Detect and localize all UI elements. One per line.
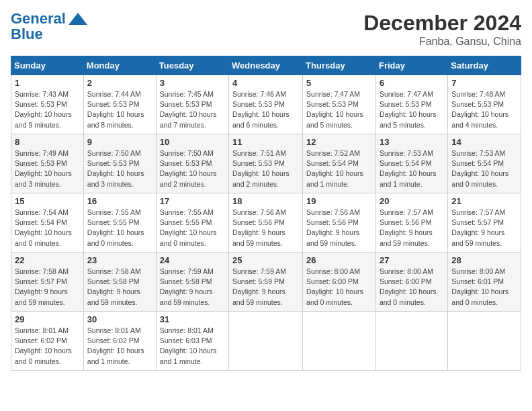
day-info: Sunrise: 7:53 AMSunset: 5:54 PMDaylight:… [451,148,517,189]
table-row: 28 Sunrise: 8:00 AMSunset: 6:01 PMDaylig… [448,253,521,312]
day-info: Sunrise: 8:00 AMSunset: 6:01 PMDaylight:… [451,267,517,308]
calendar-week-row: 1 Sunrise: 7:43 AMSunset: 5:53 PMDayligh… [11,75,521,134]
day-number: 28 [451,255,517,265]
day-info: Sunrise: 7:51 AMSunset: 5:53 PMDaylight:… [232,148,299,189]
day-info: Sunrise: 7:59 AMSunset: 5:58 PMDaylight:… [160,267,225,308]
day-number: 26 [306,255,372,265]
col-tuesday: Tuesday [156,56,228,75]
table-row [375,312,447,371]
day-number: 4 [232,78,299,88]
table-row: 2 Sunrise: 7:44 AMSunset: 5:53 PMDayligh… [83,75,156,134]
col-wednesday: Wednesday [229,56,303,75]
col-sunday: Sunday [11,56,84,75]
table-row: 3 Sunrise: 7:45 AMSunset: 5:53 PMDayligh… [156,75,228,134]
table-row: 26 Sunrise: 8:00 AMSunset: 6:00 PMDaylig… [303,253,376,312]
day-number: 30 [87,314,152,324]
day-number: 21 [451,196,517,206]
day-number: 3 [160,78,225,88]
day-info: Sunrise: 7:55 AMSunset: 5:55 PMDaylight:… [87,208,152,248]
day-number: 5 [306,78,372,88]
table-row: 29 Sunrise: 8:01 AMSunset: 6:02 PMDaylig… [11,312,84,371]
table-row: 15 Sunrise: 7:54 AMSunset: 5:54 PMDaylig… [11,193,84,253]
table-row: 24 Sunrise: 7:59 AMSunset: 5:58 PMDaylig… [156,253,228,312]
page-header: General Blue December 2024 Fanba, Gansu,… [11,11,521,48]
day-info: Sunrise: 7:57 AMSunset: 5:57 PMDaylight:… [451,208,517,248]
day-info: Sunrise: 7:56 AMSunset: 5:56 PMDaylight:… [306,208,372,248]
calendar-table: Sunday Monday Tuesday Wednesday Thursday… [11,56,521,371]
day-info: Sunrise: 7:47 AMSunset: 5:53 PMDaylight:… [306,89,372,130]
day-number: 11 [232,137,299,147]
table-row: 7 Sunrise: 7:48 AMSunset: 5:53 PMDayligh… [448,75,521,134]
table-row: 12 Sunrise: 7:52 AMSunset: 5:54 PMDaylig… [303,134,376,193]
table-row: 9 Sunrise: 7:50 AMSunset: 5:53 PMDayligh… [83,134,156,193]
logo-blue: Blue [11,26,43,43]
day-number: 17 [160,196,225,206]
table-row: 25 Sunrise: 7:59 AMSunset: 5:59 PMDaylig… [229,253,303,312]
col-friday: Friday [375,56,447,75]
table-row: 30 Sunrise: 8:01 AMSunset: 6:02 PMDaylig… [83,312,156,371]
day-info: Sunrise: 7:52 AMSunset: 5:54 PMDaylight:… [306,148,372,189]
day-info: Sunrise: 7:47 AMSunset: 5:53 PMDaylight:… [380,89,444,130]
day-number: 12 [306,137,372,147]
day-number: 1 [15,78,80,88]
day-info: Sunrise: 7:59 AMSunset: 5:59 PMDaylight:… [232,267,299,308]
day-number: 22 [15,255,80,265]
table-row: 18 Sunrise: 7:56 AMSunset: 5:56 PMDaylig… [229,193,303,253]
day-number: 27 [380,255,444,265]
logo-icon [69,13,87,25]
day-number: 29 [15,314,80,324]
table-row: 21 Sunrise: 7:57 AMSunset: 5:57 PMDaylig… [448,193,521,253]
table-row: 27 Sunrise: 8:00 AMSunset: 6:00 PMDaylig… [375,253,447,312]
day-info: Sunrise: 7:53 AMSunset: 5:54 PMDaylight:… [380,148,444,189]
col-saturday: Saturday [448,56,521,75]
table-row: 1 Sunrise: 7:43 AMSunset: 5:53 PMDayligh… [11,75,84,134]
table-row: 19 Sunrise: 7:56 AMSunset: 5:56 PMDaylig… [303,193,376,253]
day-number: 10 [160,137,225,147]
table-row: 11 Sunrise: 7:51 AMSunset: 5:53 PMDaylig… [229,134,303,193]
day-info: Sunrise: 8:00 AMSunset: 6:00 PMDaylight:… [380,267,444,308]
table-row: 6 Sunrise: 7:47 AMSunset: 5:53 PMDayligh… [375,75,447,134]
day-info: Sunrise: 8:01 AMSunset: 6:03 PMDaylight:… [160,326,225,367]
day-number: 18 [232,196,299,206]
day-number: 13 [380,137,444,147]
day-number: 24 [160,255,225,265]
day-number: 8 [15,137,80,147]
day-info: Sunrise: 7:46 AMSunset: 5:53 PMDaylight:… [232,89,299,130]
day-info: Sunrise: 7:50 AMSunset: 5:53 PMDaylight:… [87,148,152,189]
day-info: Sunrise: 7:48 AMSunset: 5:53 PMDaylight:… [451,89,517,130]
day-info: Sunrise: 8:00 AMSunset: 6:00 PMDaylight:… [306,267,372,308]
day-number: 14 [451,137,517,147]
col-monday: Monday [83,56,156,75]
day-info: Sunrise: 7:45 AMSunset: 5:53 PMDaylight:… [160,89,225,130]
table-row: 5 Sunrise: 7:47 AMSunset: 5:53 PMDayligh… [303,75,376,134]
table-row: 23 Sunrise: 7:58 AMSunset: 5:58 PMDaylig… [83,253,156,312]
table-row: 20 Sunrise: 7:57 AMSunset: 5:56 PMDaylig… [375,193,447,253]
location: Fanba, Gansu, China [363,36,521,48]
table-row [303,312,376,371]
day-info: Sunrise: 7:58 AMSunset: 5:57 PMDaylight:… [15,267,80,308]
table-row: 31 Sunrise: 8:01 AMSunset: 6:03 PMDaylig… [156,312,228,371]
table-row: 8 Sunrise: 7:49 AMSunset: 5:53 PMDayligh… [11,134,84,193]
table-row: 16 Sunrise: 7:55 AMSunset: 5:55 PMDaylig… [83,193,156,253]
day-number: 2 [87,78,152,88]
table-row: 10 Sunrise: 7:50 AMSunset: 5:53 PMDaylig… [156,134,228,193]
day-info: Sunrise: 7:54 AMSunset: 5:54 PMDaylight:… [15,208,80,248]
day-info: Sunrise: 7:57 AMSunset: 5:56 PMDaylight:… [380,208,444,248]
col-thursday: Thursday [303,56,376,75]
calendar-week-row: 15 Sunrise: 7:54 AMSunset: 5:54 PMDaylig… [11,193,521,253]
day-info: Sunrise: 7:49 AMSunset: 5:53 PMDaylight:… [15,148,80,189]
day-info: Sunrise: 7:44 AMSunset: 5:53 PMDaylight:… [87,89,152,130]
day-number: 19 [306,196,372,206]
calendar-week-row: 22 Sunrise: 7:58 AMSunset: 5:57 PMDaylig… [11,253,521,312]
day-info: Sunrise: 8:01 AMSunset: 6:02 PMDaylight:… [15,326,80,367]
table-row: 22 Sunrise: 7:58 AMSunset: 5:57 PMDaylig… [11,253,84,312]
day-info: Sunrise: 7:56 AMSunset: 5:56 PMDaylight:… [232,208,299,248]
table-row: 14 Sunrise: 7:53 AMSunset: 5:54 PMDaylig… [448,134,521,193]
day-number: 15 [15,196,80,206]
day-number: 23 [87,255,152,265]
day-number: 31 [160,314,225,324]
day-info: Sunrise: 7:43 AMSunset: 5:53 PMDaylight:… [15,89,80,130]
day-info: Sunrise: 7:58 AMSunset: 5:58 PMDaylight:… [87,267,152,308]
day-number: 7 [451,78,517,88]
day-info: Sunrise: 7:50 AMSunset: 5:53 PMDaylight:… [160,148,225,189]
